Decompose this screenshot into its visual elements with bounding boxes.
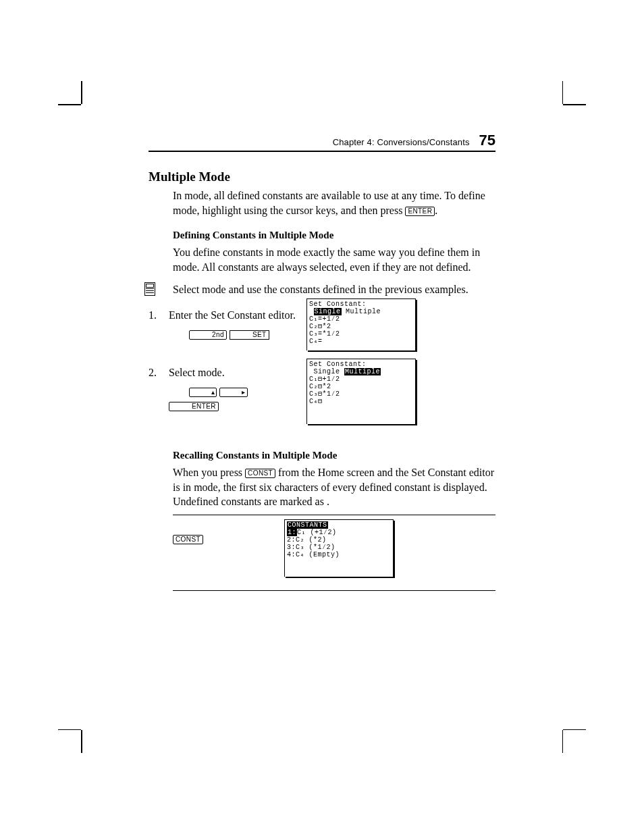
subsection-title-recalling: Recalling Constants in Multiple Mode (149, 450, 495, 461)
rule (173, 590, 495, 591)
crop-mark (58, 729, 81, 731)
step-text: Select (169, 367, 198, 378)
page-number: 75 (479, 132, 495, 149)
lcd-screen-multiple: Set Constant: Single Multiple C₁⊟+1⁄2 C₂… (306, 359, 416, 424)
defining-paragraph: You define constants in mode exactly the… (173, 245, 495, 274)
crop-mark (81, 81, 82, 104)
crop-mark (562, 81, 564, 104)
step-number: 2. (149, 365, 161, 413)
crop-mark (58, 104, 81, 105)
text: In (173, 190, 184, 201)
step-number: 1. (149, 308, 161, 341)
text: mode exactly the same way you define the… (277, 246, 480, 258)
constants-key-cell: CONST (173, 519, 203, 545)
menu-title: CONSTANTS (287, 521, 328, 529)
text: Select (173, 284, 202, 295)
crop-mark (81, 730, 82, 753)
page: Chapter 4: Conversions/Constants 75 Mult… (0, 0, 644, 834)
step-1: 1. Enter the Set Constant editor. 2nd SE… (149, 308, 297, 341)
text: . (327, 496, 329, 507)
crop-mark (563, 104, 586, 105)
section-title: Multiple Mode (149, 170, 495, 184)
crop-mark (563, 729, 586, 731)
text: mode, the first six characters of every … (173, 481, 487, 508)
step-text: mode. (198, 367, 225, 378)
calculator-icon (144, 282, 155, 296)
step-text: Enter the Set Constant editor. (169, 309, 296, 321)
rule (173, 515, 495, 515)
chapter-label: Chapter 4: Conversions/Constants (333, 137, 470, 147)
running-head: Chapter 4: Conversions/Constants 75 (149, 132, 495, 152)
constants-example-row: CONST CONSTANTS 1:C₁ (+1⁄2) 2:C₂ (*2) 3:… (173, 519, 495, 585)
text: mode. All constants are always selected,… (173, 261, 471, 273)
text: . (435, 205, 437, 216)
text: You define constants in (173, 246, 277, 258)
screens-column: Set Constant: Single Multiple C₁=+1⁄2 C₂… (302, 298, 421, 432)
inverse-text: Single (314, 308, 342, 315)
text: using the cursor keys, and then press (244, 205, 405, 216)
text: mode, all defined constants are availabl… (184, 190, 485, 201)
text: mode and use the constants defined in th… (202, 284, 468, 295)
text: mode, highlight (173, 205, 244, 216)
enter-key-icon: ENTER (405, 207, 435, 216)
text: When you press (173, 467, 245, 478)
const-key-icon: CONST (173, 535, 203, 544)
step-2: 2. Select mode. ▴ ▸ ENTER (149, 365, 297, 413)
inverse-text: Multiple (344, 368, 381, 375)
content-area: Chapter 4: Conversions/Constants 75 Mult… (149, 132, 495, 595)
enter-key-icon: ENTER (169, 402, 219, 411)
crop-mark (562, 730, 564, 753)
second-key-icon: 2nd (189, 330, 227, 340)
steps-column: 1. Enter the Set Constant editor. 2nd SE… (149, 298, 302, 438)
example-block: Select mode and use the constants define… (149, 282, 495, 297)
intro-paragraph: In mode, all defined constants are avail… (173, 188, 495, 217)
example-steps-row: 1. Enter the Set Constant editor. 2nd SE… (149, 298, 495, 438)
up-key-icon: ▴ (189, 388, 217, 397)
right-key-icon: ▸ (219, 388, 247, 397)
set-key-icon: SET (230, 330, 269, 340)
lcd-screen-constants-menu: CONSTANTS 1:C₁ (+1⁄2) 2:C₂ (*2) 3:C₃ (*1… (284, 519, 394, 577)
const-key-icon: CONST (245, 469, 275, 478)
recalling-paragraph: When you press CONST from the Home scree… (173, 465, 495, 509)
subsection-title-defining: Defining Constants in Multiple Mode (149, 230, 495, 241)
lcd-screen-single: Set Constant: Single Multiple C₁=+1⁄2 C₂… (306, 298, 416, 350)
